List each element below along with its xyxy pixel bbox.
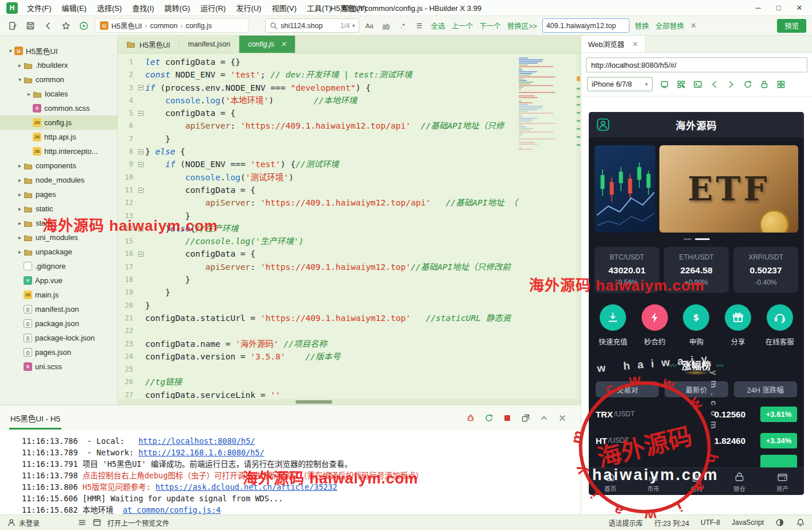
regex-icon[interactable]: .* xyxy=(397,20,409,32)
code-line-4[interactable]: 4 console.log('本地环境') //本地环境 xyxy=(118,94,581,107)
replace-input[interactable] xyxy=(546,22,625,30)
browser-tab[interactable]: Web浏览器 ✕ xyxy=(581,36,646,52)
user-profile-icon[interactable] xyxy=(596,117,611,132)
minimize-icon[interactable]: ─ xyxy=(748,1,768,15)
language-mode[interactable]: JavaScript xyxy=(732,519,764,527)
new-file-icon[interactable] xyxy=(6,19,20,33)
code-line-11[interactable]: 11 configData = { xyxy=(118,184,581,196)
next-match-button[interactable]: 下一个 xyxy=(478,19,502,32)
list-icon[interactable] xyxy=(77,518,87,527)
encoding[interactable]: UTF-8 xyxy=(701,519,720,527)
nav-item-market[interactable]: 币市 xyxy=(632,468,675,495)
menu-item-4[interactable]: 跳转(G) xyxy=(160,0,196,16)
code-line-9[interactable]: 9 if (NODE_ENV === 'test') {//测试环境 xyxy=(118,158,581,171)
menu-item-9[interactable]: 帮助(Y) xyxy=(336,0,371,16)
code-line-2[interactable]: 2const NODE_ENV = 'test'; // dev:开发环境 | … xyxy=(118,68,581,81)
code-line-15[interactable]: 15 //console.log('生产环境') xyxy=(118,235,581,247)
tree-item-http.intercepto...[interactable]: JShttp.intercepto... xyxy=(0,144,117,158)
code-line-6[interactable]: 6 apiServer: 'https://409.1.haiwaiym12.t… xyxy=(118,119,581,132)
crypto-card-eth[interactable]: ETH/USDT 2264.58 +0.90% xyxy=(664,247,729,293)
tree-item-.hbuilderx[interactable]: ▸.hbuilderx xyxy=(0,58,117,72)
tree-item-http.api.js[interactable]: JShttp.api.js xyxy=(0,130,117,144)
refresh-icon[interactable] xyxy=(743,80,752,89)
horizontal-scrollbar[interactable] xyxy=(118,399,581,405)
run-icon[interactable] xyxy=(77,19,91,33)
market-row-ht[interactable]: HT /USDT 1.82460 +3.34% xyxy=(596,427,797,454)
tree-item-app.vue[interactable]: VApp.vue xyxy=(0,273,117,288)
breadcrumb-item-2[interactable]: config.js xyxy=(185,22,212,30)
menu-item-share[interactable]: 分享 xyxy=(717,304,759,347)
menu-item-5[interactable]: 运行(R) xyxy=(195,0,231,16)
notification-bell-icon[interactable] xyxy=(796,518,805,527)
code-line-23[interactable]: 23configData.name = '海外源码' //项目名称 xyxy=(118,338,581,350)
device-select[interactable]: iPhone 6/7/8 ▾ xyxy=(587,77,652,91)
menu-item-1[interactable]: 编辑(E) xyxy=(57,0,92,16)
code-line-26[interactable]: 26//tg链接 xyxy=(118,376,581,388)
syntax-lib[interactable]: 语法提示库 xyxy=(608,518,643,528)
code-line-12[interactable]: 12 apiServer: 'https://409.1.haiwaiym12.… xyxy=(118,196,581,209)
tree-item-components[interactable]: ▸components xyxy=(0,158,117,173)
menu-item-8[interactable]: 工具(T) xyxy=(302,0,337,16)
preview-button[interactable]: 预览 xyxy=(777,19,806,33)
fold-icon[interactable] xyxy=(138,188,143,193)
tree-item-h5-ui[interactable]: ▾UH5黑色UI xyxy=(0,44,117,58)
nav-item-assets[interactable]: 资产 xyxy=(761,468,804,495)
url-input[interactable] xyxy=(591,61,802,69)
tree-item-static[interactable]: ▸static xyxy=(0,202,117,216)
save-icon[interactable] xyxy=(24,19,37,33)
favorite-star-icon[interactable] xyxy=(59,19,73,33)
code-line-21[interactable]: 21configData.staticUrl = 'https://409.1.… xyxy=(118,312,581,324)
tree-item-pages[interactable]: ▸pages xyxy=(0,187,117,202)
lock-icon[interactable] xyxy=(760,80,769,89)
fold-icon[interactable] xyxy=(138,252,143,257)
console-link[interactable]: http://localhost:8080/h5/ xyxy=(138,436,255,446)
tree-item-package-lock.json[interactable]: {}package-lock.json xyxy=(0,331,117,345)
code-line-7[interactable]: 7 } xyxy=(118,133,581,145)
tree-item-node_modules[interactable]: ▸node_modules xyxy=(0,173,117,187)
filter-tab-2[interactable]: 24H 涨跌幅 xyxy=(734,381,797,397)
theme-circle-icon[interactable] xyxy=(775,518,784,527)
select-all-button[interactable]: 全选 xyxy=(430,19,446,32)
close-search-icon[interactable]: ✕ xyxy=(689,21,698,30)
maximize-icon[interactable]: □ xyxy=(768,1,789,15)
screenshot-icon[interactable] xyxy=(660,80,669,89)
tree-item-.gitignore[interactable]: .gitignore xyxy=(0,259,117,273)
scroll-annotations[interactable] xyxy=(576,53,581,399)
back-icon[interactable] xyxy=(41,19,55,33)
match-case-icon[interactable]: Aa xyxy=(363,20,376,32)
tree-item-main.js[interactable]: JSmain.js xyxy=(0,288,117,302)
nav-forward-icon[interactable] xyxy=(726,80,736,89)
code-line-13[interactable]: 13 } xyxy=(118,210,581,222)
dot-active[interactable] xyxy=(695,238,710,240)
fold-icon[interactable] xyxy=(138,226,143,231)
dot-inactive[interactable] xyxy=(683,238,691,240)
market-row-trx[interactable]: TRX /USDT 0.12560 +3.61% xyxy=(596,401,797,427)
menu-item-subscribe[interactable]: $ 申购 xyxy=(675,304,717,347)
menu-item-0[interactable]: 文件(F) xyxy=(22,0,57,16)
editor-tab-h5-ui[interactable]: H5黑色UI xyxy=(118,36,179,53)
code-line-17[interactable]: 17 apiServer: 'https://409.1.haiwaiym12.… xyxy=(118,261,581,273)
search-input[interactable] xyxy=(281,22,338,30)
code-line-1[interactable]: 1let configData = {} xyxy=(118,56,581,68)
menu-item-2[interactable]: 选择(S) xyxy=(92,0,127,16)
tree-item-locales[interactable]: ▸locales xyxy=(0,87,117,101)
crypto-card-btc[interactable]: BTC/USDT 43020.01 -0.56% xyxy=(595,247,659,293)
code-line-19[interactable]: 19 } xyxy=(118,286,581,299)
code-line-3[interactable]: 3if (process.env.NODE_ENV === "developme… xyxy=(118,82,581,94)
cursor-position[interactable]: 行:23 列:24 xyxy=(654,518,689,528)
code-line-18[interactable]: 18 } xyxy=(118,273,581,286)
console-panel-icon[interactable] xyxy=(693,80,702,89)
tree-item-pages.json[interactable]: {}pages.json xyxy=(0,345,117,359)
code-area[interactable]: 1let configData = {}2const NODE_ENV = 't… xyxy=(118,53,581,399)
filter-tab-1[interactable]: 最新价 xyxy=(665,381,728,397)
whole-word-icon[interactable]: ab xyxy=(380,20,393,32)
detach-window-icon[interactable] xyxy=(521,413,530,423)
tree-item-common.scss[interactable]: Scommon.scss xyxy=(0,101,117,115)
menu-item-6[interactable]: 发行(U) xyxy=(231,0,266,16)
tree-item-uni.scss[interactable]: Suni.scss xyxy=(0,359,117,374)
tree-item-store[interactable]: ▸store xyxy=(0,216,117,230)
editor-tab-config.js[interactable]: config.js✕ xyxy=(239,36,296,53)
debug-bug-icon[interactable] xyxy=(466,413,475,423)
filter-tab-0[interactable]: 交易对 xyxy=(596,381,659,397)
banner-carousel[interactable]: ETF xyxy=(589,137,804,233)
